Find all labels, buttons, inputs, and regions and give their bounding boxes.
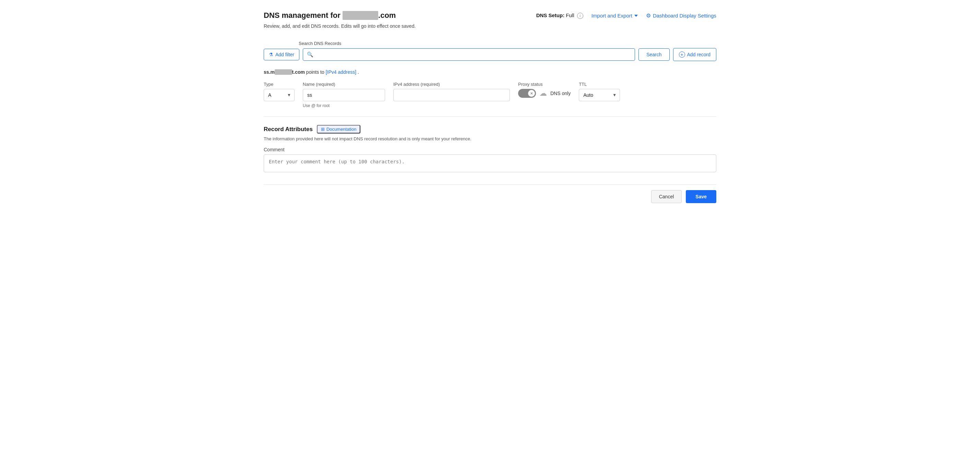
gear-icon: ⚙ bbox=[646, 12, 651, 19]
header-right: DNS Setup: Full i Import and Export ⚙ Da… bbox=[536, 12, 716, 19]
type-label: Type bbox=[264, 81, 294, 87]
toggle-track: ✕ bbox=[518, 89, 536, 98]
proxy-toggle[interactable]: ✕ bbox=[518, 89, 536, 98]
ttl-group: TTL Auto 1 min 2 min 5 min 10 min 15 min… bbox=[579, 81, 620, 101]
import-export-label: Import and Export bbox=[592, 13, 632, 19]
record-domain: ss.m t.com bbox=[264, 69, 305, 75]
record-attributes-title: Record Attributes bbox=[264, 126, 313, 133]
record-form: Type A AAAA CNAME MX TXT NS SRV CAA ▼ Na… bbox=[264, 81, 716, 108]
add-filter-label: Add filter bbox=[275, 52, 294, 57]
proxy-status-text: DNS only bbox=[550, 91, 571, 96]
ttl-select[interactable]: Auto 1 min 2 min 5 min 10 min 15 min 30 … bbox=[579, 89, 620, 101]
dns-record-info: ss.m t.com points to [IPv4 address] . bbox=[264, 69, 716, 75]
toggle-thumb: ✕ bbox=[528, 90, 535, 97]
search-area: Search DNS Records ⚗ Add filter 🔍 Search… bbox=[264, 41, 716, 61]
dns-setup-label: DNS Setup: bbox=[536, 12, 565, 18]
type-select-wrapper: A AAAA CNAME MX TXT NS SRV CAA ▼ bbox=[264, 89, 294, 101]
import-export-button[interactable]: Import and Export bbox=[592, 13, 638, 19]
save-button[interactable]: Save bbox=[686, 190, 716, 203]
type-group: Type A AAAA CNAME MX TXT NS SRV CAA ▼ bbox=[264, 81, 294, 101]
search-button[interactable]: Search bbox=[638, 48, 669, 61]
dashboard-settings-button[interactable]: ⚙ Dashboard Display Settings bbox=[646, 12, 716, 19]
footer-actions: Cancel Save bbox=[264, 184, 716, 203]
ipv4-group: IPv4 address (required) bbox=[393, 81, 510, 101]
add-record-label: Add record bbox=[687, 52, 711, 57]
cancel-button[interactable]: Cancel bbox=[651, 190, 682, 203]
search-icon: 🔍 bbox=[307, 51, 313, 57]
dashboard-settings-label: Dashboard Display Settings bbox=[653, 13, 716, 19]
search-input-wrapper: 🔍 bbox=[303, 48, 635, 61]
record-ipv4-label: [IPv4 address] bbox=[326, 69, 356, 75]
header-left: DNS management for m t.com Review, add, … bbox=[264, 11, 415, 30]
domain-name: m t bbox=[342, 11, 378, 20]
record-points-to: points to bbox=[306, 69, 326, 75]
ttl-label: TTL bbox=[579, 81, 620, 87]
record-attributes-description: The information provided here will not i… bbox=[264, 136, 716, 141]
plus-circle-icon: + bbox=[679, 51, 685, 57]
title-suffix: .com bbox=[378, 11, 396, 19]
name-group: Name (required) Use @ for root bbox=[303, 81, 385, 108]
proxy-status-label: Proxy status bbox=[518, 81, 571, 87]
add-record-button[interactable]: + Add record bbox=[673, 48, 716, 61]
name-hint: Use @ for root bbox=[303, 103, 385, 108]
title-prefix: DNS management for bbox=[264, 11, 342, 19]
search-input[interactable] bbox=[303, 48, 635, 61]
search-label: Search DNS Records bbox=[299, 41, 716, 46]
name-label: Name (required) bbox=[303, 81, 385, 87]
filter-icon: ⚗ bbox=[269, 52, 273, 57]
ttl-select-wrapper: Auto 1 min 2 min 5 min 10 min 15 min 30 … bbox=[579, 89, 620, 101]
doc-icon: ⊞ bbox=[321, 127, 325, 132]
page-subtitle: Review, add, and edit DNS records. Edits… bbox=[264, 22, 415, 30]
dns-setup-info: DNS Setup: Full i bbox=[536, 12, 583, 19]
toggle-x-icon: ✕ bbox=[530, 92, 533, 96]
documentation-button[interactable]: ⊞ Documentation bbox=[317, 125, 360, 134]
add-filter-button[interactable]: ⚗ Add filter bbox=[264, 49, 299, 61]
page-header: DNS management for m t.com Review, add, … bbox=[264, 11, 716, 30]
info-icon[interactable]: i bbox=[577, 13, 583, 19]
comment-input[interactable] bbox=[264, 155, 716, 172]
comment-label: Comment bbox=[264, 147, 716, 152]
page-title: DNS management for m t.com bbox=[264, 11, 415, 20]
record-attributes-section: Record Attributes ⊞ Documentation The in… bbox=[264, 125, 716, 173]
proxy-status-content: ✕ ☁ DNS only bbox=[518, 89, 571, 98]
cloud-icon: ☁ bbox=[539, 89, 547, 98]
proxy-status-group: Proxy status ✕ ☁ DNS only bbox=[518, 81, 571, 98]
documentation-label: Documentation bbox=[326, 127, 356, 132]
search-row: ⚗ Add filter 🔍 Search + Add record bbox=[264, 48, 716, 61]
chevron-down-icon bbox=[634, 15, 638, 17]
type-select[interactable]: A AAAA CNAME MX TXT NS SRV CAA bbox=[264, 89, 294, 101]
comment-group: Comment bbox=[264, 147, 716, 173]
record-attributes-header: Record Attributes ⊞ Documentation bbox=[264, 125, 716, 134]
ipv4-label: IPv4 address (required) bbox=[393, 81, 510, 87]
dns-setup-value: Full bbox=[566, 12, 574, 18]
ipv4-input[interactable] bbox=[393, 89, 510, 101]
record-period: . bbox=[358, 69, 359, 75]
name-input[interactable] bbox=[303, 89, 385, 101]
